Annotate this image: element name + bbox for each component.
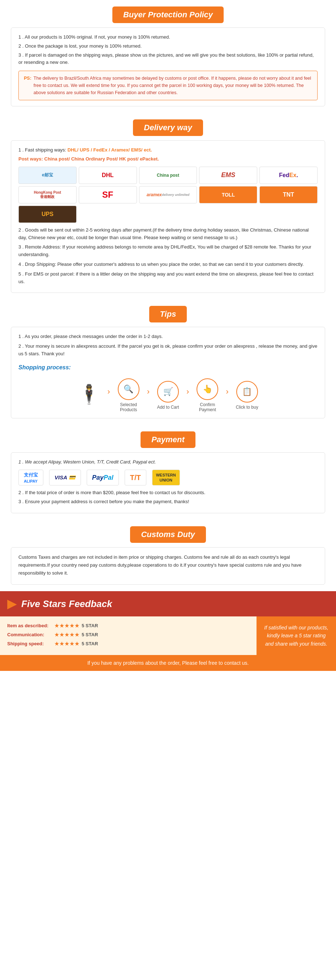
sp-step-3: 👆 Confirm Payment: [191, 379, 224, 412]
contact-banner: If you have any problems about the order…: [0, 655, 336, 671]
paypal-logo: PayPal: [87, 469, 119, 485]
carrier-chinapost: China post: [139, 167, 197, 184]
tt-logo: T/T: [125, 469, 146, 485]
ps-label: PS:: [24, 75, 32, 82]
delivery-note-4: 4 . Drop Shipping: Please offer your cus…: [18, 261, 318, 268]
tips-card: 1 . As you order, please check messages …: [11, 327, 325, 418]
five-stars-section: ▶ Five Stars Feedback Item as described:…: [0, 591, 336, 671]
star-count-3: 5 STAR: [82, 641, 98, 646]
customs-duty-title: Customs Duty: [141, 530, 195, 539]
carrier-fedex: FedEx.: [259, 167, 318, 184]
five-stars-arrow-icon: ▶: [7, 597, 16, 611]
western-union-logo: WESTERNUNION: [152, 469, 180, 485]
delivery-note-3: 3 . Remote Address: If your receiving ad…: [18, 243, 318, 259]
carrier-tnt: TNT: [259, 186, 318, 204]
rating-label-1: Item as described:: [7, 623, 54, 628]
search-icon: 🔍: [118, 379, 139, 400]
arrow-3: ›: [186, 387, 189, 404]
step-4-label: Click to buy: [236, 405, 258, 410]
tips-title: Tips: [160, 309, 176, 318]
carrier-icons-grid: e邮宝 DHL China post EMS FedEx. HongKong P…: [18, 167, 318, 223]
customs-duty-section: Customs Duty Customs Taxes and charges a…: [0, 520, 336, 585]
tips-note-2: 2 . Your money is secure in aliexpress a…: [18, 343, 318, 358]
delivery-header: Delivery way: [133, 119, 203, 136]
sp-step-4: 📋 Click to buy: [231, 381, 263, 410]
visa-logo: VISA 💳: [49, 469, 81, 485]
shopping-process: 🕴 › 🔍 Selected Products › 🛒 Add to Cart …: [18, 379, 318, 412]
shopping-process-label: Shopping process:: [18, 363, 318, 372]
arrow-1: ›: [107, 387, 110, 404]
stars-1: ★★★★★: [54, 622, 80, 629]
stars-2: ★★★★★: [54, 631, 80, 638]
rating-label-2: Communication:: [7, 632, 54, 637]
contact-text: If you have any problems about the order…: [88, 660, 249, 666]
payment-header: Payment: [141, 431, 195, 448]
tips-header: Tips: [149, 306, 187, 323]
delivery-card: 1 . Fast shipping ways: DHL/ UPS / FedEx…: [11, 140, 325, 293]
cart-icon: 🛒: [157, 381, 179, 402]
fast-shipping-text: 1 . Fast shipping ways: DHL/ UPS / FedEx…: [18, 146, 318, 154]
step-1-label: Selected Products: [112, 402, 145, 412]
carrier-sf: SF: [79, 186, 137, 204]
star-count-2: 5 STAR: [82, 632, 98, 637]
carrier-ems: EMS: [199, 167, 257, 184]
carrier-ups: UPS: [18, 205, 77, 223]
payment-logos: 支付宝ALIPAY VISA 💳 PayPal T/T WESTERNUNION: [18, 469, 318, 485]
carrier-aramex: aramexdelivery unlimited: [139, 186, 197, 204]
post-label: Post ways:: [18, 156, 45, 162]
bp-point-1: 1 . All our products is 100% original. I…: [18, 33, 318, 41]
buyer-protection-card: 1 . All our products is 100% original. I…: [11, 27, 325, 107]
sp-step-1: 🔍 Selected Products: [112, 379, 145, 412]
arrow-2: ›: [147, 387, 150, 404]
rating-row-2: Communication: ★★★★★ 5 STAR: [7, 631, 249, 638]
carrier-epbao: e邮宝: [18, 167, 77, 184]
arrow-4: ›: [226, 387, 228, 404]
five-stars-header: ▶ Five Stars Feedback: [0, 591, 336, 616]
delivery-title: Delivery way: [144, 123, 192, 132]
delivery-section: Delivery way 1 . Fast shipping ways: DHL…: [0, 113, 336, 293]
customs-duty-header: Customs Duty: [130, 526, 206, 543]
bp-point-3: 3 . If parcel is damaged on the shipping…: [18, 52, 318, 67]
stars-3: ★★★★★: [54, 640, 80, 647]
tips-section: Tips 1 . As you order, please check mess…: [0, 299, 336, 418]
tips-note-1: 1 . As you order, please check messages …: [18, 333, 318, 340]
person-icon: 🕴: [77, 383, 101, 406]
payment-section: Payment 1 . We accept Alipay, Western Un…: [0, 425, 336, 513]
delivery-note-2: 2 . Goods will be sent out within 2-5 wo…: [18, 226, 318, 242]
ps-box: PS: The delivery to Brazil/South Africa …: [18, 71, 318, 100]
payment-icon: 👆: [197, 379, 218, 400]
alipay-logo: 支付宝ALIPAY: [18, 469, 43, 485]
step-2-label: Add to Cart: [157, 405, 179, 410]
post-ways: Post ways: China post/ China Ordinary Po…: [18, 156, 318, 163]
payment-title: Payment: [151, 435, 185, 444]
rating-row-3: Shipping speed: ★★★★★ 5 STAR: [7, 640, 249, 647]
rating-label-3: Shipping speed:: [7, 641, 54, 646]
buyer-protection-header: Buyer Protection Policy: [112, 6, 224, 23]
payment-note-2: 2 . If the total price of order is more …: [18, 489, 318, 497]
ps-text: The delivery to Brazil/South Africa may …: [34, 75, 312, 96]
buyer-protection-title: Buyer Protection Policy: [123, 10, 213, 19]
sp-person-figure: 🕴: [73, 383, 105, 407]
carrier-dhl: DHL: [79, 167, 137, 184]
feedback-right-text: If satisfied with our products, kindly l…: [262, 624, 330, 648]
five-stars-title: Five Stars Feedback: [21, 598, 112, 609]
feedback-right: If satisfied with our products, kindly l…: [256, 616, 336, 655]
buy-icon: 📋: [236, 381, 258, 402]
step-3-label: Confirm Payment: [191, 402, 224, 412]
payment-line1: 1 . We accept Alipay, Western Union, T/T…: [18, 458, 318, 466]
sp-step-2: 🛒 Add to Cart: [152, 381, 184, 410]
bp-point-2: 2 . Once the package is lost, your money…: [18, 43, 318, 50]
feedback-left: Item as described: ★★★★★ 5 STAR Communic…: [0, 616, 256, 655]
payment-note-3: 3 . Ensure your payment address is corre…: [18, 498, 318, 506]
customs-duty-text: Customs Taxes and charges are not includ…: [18, 553, 318, 577]
post-carriers: China post/ China Ordinary Post/ HK post…: [45, 156, 159, 162]
fast-label: 1 . Fast shipping ways:: [18, 147, 67, 153]
carrier-toll: TOLL: [199, 186, 257, 204]
buyer-protection-section: Buyer Protection Policy 1 . All our prod…: [0, 0, 336, 107]
delivery-note-5: 5 . For EMS or post parcel: if there is …: [18, 270, 318, 286]
rating-row-1: Item as described: ★★★★★ 5 STAR: [7, 622, 249, 629]
customs-duty-card: Customs Taxes and charges are not includ…: [11, 547, 325, 585]
payment-card: 1 . We accept Alipay, Western Union, T/T…: [11, 452, 325, 513]
fast-carriers: DHL/ UPS / FedEx / Aramex/ EMS/ ect.: [67, 147, 152, 153]
star-count-1: 5 STAR: [82, 623, 98, 628]
